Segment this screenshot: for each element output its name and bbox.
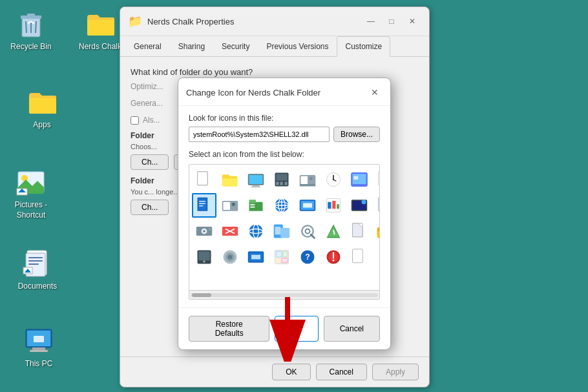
icon-cell-13[interactable] (321, 193, 346, 218)
desktop-icon-apps[interactable]: Apps (13, 84, 71, 133)
folder-question: What kind of folder do you want? (131, 67, 419, 77)
icon-cell-16[interactable] (192, 219, 216, 243)
icon-cell-8[interactable] (192, 193, 216, 218)
svg-rect-108 (282, 258, 288, 263)
svg-rect-21 (34, 336, 44, 342)
desktop-icon-recycle-bin[interactable]: Recycle Bin (2, 6, 60, 55)
svg-rect-96 (198, 251, 210, 260)
restore-defaults-button[interactable]: Restore Defaults (189, 316, 269, 342)
icon-cell-15[interactable] (373, 193, 380, 218)
icon-cell-4[interactable] (295, 167, 320, 192)
svg-rect-66 (328, 202, 331, 209)
red-arrow (268, 297, 307, 362)
svg-rect-107 (276, 258, 280, 263)
svg-point-35 (310, 177, 313, 180)
close-button[interactable]: ✕ (403, 12, 421, 30)
svg-rect-12 (28, 257, 43, 258)
svg-point-77 (203, 230, 205, 232)
icon-cell-9[interactable] (218, 193, 242, 218)
documents-icon (22, 248, 53, 279)
desktop-icon-documents[interactable]: Documents (8, 245, 67, 294)
svg-rect-67 (332, 201, 335, 209)
svg-rect-27 (251, 187, 260, 188)
svg-rect-43 (353, 176, 358, 180)
desktop-icon-this-pc[interactable]: This PC (10, 323, 68, 372)
icon-cell-27[interactable] (269, 245, 294, 269)
icon-cell-17[interactable] (218, 219, 242, 243)
svg-rect-105 (276, 251, 282, 257)
svg-point-97 (203, 260, 205, 263)
icon-cell-24[interactable] (192, 245, 216, 269)
maximize-button[interactable]: □ (383, 12, 401, 30)
svg-rect-32 (284, 182, 287, 185)
icon-cell-11[interactable] (269, 193, 294, 218)
icon-cell-12[interactable] (295, 193, 320, 218)
icon-cell-18[interactable] (244, 219, 268, 243)
tab-customize[interactable]: Customize (337, 36, 390, 57)
tab-previous-versions[interactable]: Previous Versions (258, 36, 337, 57)
svg-rect-68 (337, 204, 339, 209)
icon-cell-0[interactable] (192, 167, 216, 192)
svg-rect-86 (280, 228, 289, 238)
file-path-input[interactable] (189, 127, 330, 142)
svg-rect-55 (250, 204, 255, 205)
icon-cell-5[interactable] (321, 167, 346, 192)
icon-cell-7[interactable] (373, 167, 380, 192)
tab-sharing[interactable]: Sharing (170, 36, 213, 57)
svg-rect-30 (276, 182, 278, 185)
svg-point-82 (249, 225, 263, 238)
icon-cell-22[interactable] (347, 219, 372, 243)
props-cancel-button[interactable]: Cancel (316, 364, 367, 380)
svg-rect-36 (300, 184, 316, 187)
icon-cell-25[interactable] (218, 245, 242, 269)
desktop-icon-pictures-shortcut[interactable]: Pictures - Shortcut (2, 164, 60, 223)
svg-rect-72 (379, 198, 381, 211)
also-apply-checkbox[interactable] (131, 116, 139, 125)
apps-folder-icon (26, 87, 58, 118)
pictures-shortcut-label: Pictures - Shortcut (15, 200, 48, 220)
icon-list-label: Select an icon from the list below: (189, 150, 380, 159)
icon-cell-6[interactable] (347, 167, 372, 192)
icon-cell-14[interactable] (347, 193, 372, 218)
svg-text:?: ? (305, 253, 310, 262)
icon-cell-3[interactable] (269, 167, 294, 192)
dialog-close-button[interactable]: ✕ (367, 85, 383, 100)
svg-rect-54 (249, 200, 257, 203)
svg-rect-103 (251, 255, 260, 260)
svg-rect-18 (32, 347, 45, 350)
svg-rect-13 (28, 260, 43, 262)
tab-security[interactable]: Security (213, 36, 258, 57)
apps-label: Apps (33, 120, 50, 130)
pictures-icon (16, 167, 47, 198)
icon-cell-26[interactable] (244, 245, 268, 269)
change-button-2[interactable]: Ch... (131, 200, 169, 215)
icon-cell-23[interactable] (373, 219, 380, 243)
props-apply-button[interactable]: Apply (372, 364, 419, 380)
recycle-bin-icon (16, 8, 47, 39)
minimize-button[interactable]: — (362, 12, 380, 30)
svg-point-40 (333, 179, 335, 181)
icon-cell-19[interactable] (269, 219, 294, 243)
properties-folder-icon: 📁 (128, 14, 142, 28)
icon-cell-10[interactable] (244, 193, 268, 218)
browse-button[interactable]: Browse... (333, 127, 380, 142)
svg-rect-19 (30, 350, 48, 352)
svg-point-52 (232, 203, 235, 206)
change-icon-button[interactable]: Ch... (131, 154, 169, 170)
icon-cell-30[interactable] (347, 245, 372, 269)
tab-general[interactable]: General (125, 36, 170, 57)
props-ok-button[interactable]: OK (272, 364, 310, 380)
svg-rect-106 (283, 251, 288, 257)
icon-cell-29[interactable] (321, 245, 346, 269)
icon-cell-21[interactable] (321, 219, 346, 243)
dialog-cancel-button[interactable]: Cancel (324, 316, 380, 342)
icon-cell-28[interactable]: ? (295, 245, 320, 269)
icon-cell-1[interactable] (218, 167, 242, 192)
recycle-bin-label: Recycle Bin (10, 42, 51, 52)
icon-grid: ? (189, 165, 379, 272)
svg-rect-2 (27, 14, 35, 16)
icon-cell-20[interactable] (295, 219, 320, 243)
icon-cell-2[interactable] (244, 167, 268, 192)
svg-point-114 (333, 260, 335, 262)
svg-point-100 (228, 255, 233, 260)
